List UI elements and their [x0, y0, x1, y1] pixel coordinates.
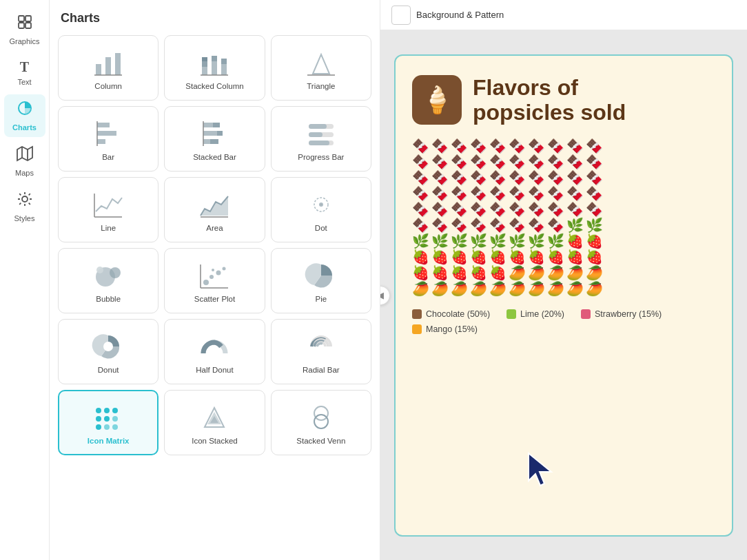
svg-rect-18: [221, 64, 227, 75]
collapse-panel-button[interactable]: ◀: [380, 286, 390, 305]
chart-item-stacked-bar[interactable]: Stacked Bar: [164, 106, 265, 172]
bg-pattern-label: Background & Pattern: [416, 10, 504, 20]
svg-marker-5: [17, 147, 32, 160]
svg-point-65: [112, 424, 118, 430]
legend: Chocolate (50%) Lime (20%) Strawberry (1…: [412, 309, 715, 334]
radial-bar-label: Radial Bar: [303, 366, 340, 374]
legend-strawberry: Strawberry (15%): [581, 309, 662, 319]
svg-point-56: [103, 342, 113, 351]
nav-label-maps: Maps: [15, 169, 34, 177]
line-chart-icon: [92, 189, 125, 220]
stacked-venn-chart-icon: [305, 402, 338, 433]
svg-marker-21: [313, 54, 329, 74]
svg-rect-16: [212, 61, 217, 75]
chart-item-column[interactable]: Column: [58, 35, 158, 101]
svg-point-61: [104, 416, 110, 422]
icon-matrix-label: Icon Matrix: [88, 437, 130, 445]
svg-point-52: [223, 267, 226, 270]
donut-label: Donut: [98, 366, 119, 374]
legend-label-lime: Lime (20%): [520, 309, 564, 319]
chart-item-bar[interactable]: Bar: [58, 106, 158, 172]
chart-item-stacked-venn[interactable]: Stacked Venn: [271, 390, 371, 455]
scatter-chart-icon: [198, 260, 231, 291]
svg-rect-10: [105, 57, 111, 75]
chart-item-icon-matrix[interactable]: Icon Matrix: [58, 390, 158, 455]
text-icon: T: [20, 59, 29, 75]
chart-item-donut[interactable]: Donut: [58, 319, 158, 384]
radial-bar-chart-icon: [305, 331, 338, 362]
svg-rect-23: [97, 123, 110, 127]
chart-item-line[interactable]: Line: [58, 177, 158, 242]
chart-item-icon-stacked[interactable]: Icon Stacked: [164, 390, 265, 455]
stacked-column-chart-icon: [198, 48, 231, 78]
legend-lime: Lime (20%): [506, 309, 564, 319]
line-label: Line: [101, 224, 116, 232]
graphics-icon: [17, 14, 33, 34]
chart-item-stacked-column[interactable]: Stacked Column: [164, 35, 265, 101]
bubble-chart-icon: [92, 260, 125, 291]
chart-item-pie[interactable]: Pie: [271, 248, 371, 313]
svg-point-70: [314, 415, 328, 428]
popsicle-icon: 🍦: [412, 75, 462, 125]
svg-rect-29: [203, 131, 217, 136]
canvas-area: ◀ 🍦 Flavors ofpopsicles sold 🍫🍫🍫🍫🍫🍫🍫🍫🍫🍫 …: [380, 30, 747, 560]
triangle-chart-icon: [305, 48, 338, 78]
chart-item-radial-bar[interactable]: Radial Bar: [271, 319, 371, 384]
chart-item-bubble[interactable]: Bubble: [58, 248, 158, 313]
svg-point-62: [112, 416, 118, 422]
nav-label-graphics: Graphics: [9, 37, 39, 45]
nav-item-styles[interactable]: Styles: [4, 185, 45, 228]
legend-chocolate: Chocolate (50%): [412, 309, 490, 319]
legend-mango: Mango (15%): [412, 324, 478, 334]
chart-item-triangle[interactable]: Triangle: [271, 35, 371, 101]
nav-item-text[interactable]: T Text: [4, 54, 45, 92]
chart-grid: Column Stacked Column Triangle: [58, 35, 371, 455]
icon-row-9: 🍓🍓🍓🍓🍓🥭🥭🥭🥭🥭: [412, 266, 715, 280]
chart-item-area[interactable]: Area: [164, 177, 265, 242]
svg-rect-9: [96, 64, 101, 75]
chart-item-scatter-plot[interactable]: Scatter Plot: [164, 248, 265, 313]
svg-point-64: [104, 424, 110, 430]
bubble-label: Bubble: [96, 295, 121, 303]
triangle-label: Triangle: [307, 82, 335, 90]
icon-row-10: 🥭🥭🥭🥭🥭🥭🥭🥭🥭🥭: [412, 282, 715, 295]
svg-rect-35: [309, 124, 327, 129]
svg-point-69: [314, 406, 328, 420]
card-title: Flavors ofpopsicles sold: [473, 75, 626, 126]
half-donut-chart-icon: [198, 331, 231, 362]
styles-icon: [17, 191, 33, 211]
charts-icon: [17, 100, 33, 121]
svg-rect-31: [203, 139, 210, 144]
icon-stacked-chart-icon: [198, 402, 231, 433]
chart-panel: Charts Column Stacked: [50, 0, 380, 560]
svg-rect-2: [19, 23, 24, 28]
maps-icon: [17, 145, 33, 166]
stacked-bar-chart-icon: [198, 118, 231, 149]
icon-row-8: 🍓🍓🍓🍓🍓🍓🍓🍓🍓🍓: [412, 250, 715, 264]
chart-item-progress-bar[interactable]: Progress Bar: [271, 106, 371, 172]
svg-point-59: [112, 408, 118, 413]
svg-point-47: [110, 267, 121, 278]
bar-label: Bar: [102, 153, 114, 161]
nav-item-maps[interactable]: Maps: [4, 140, 45, 183]
half-donut-label: Half Donut: [196, 366, 233, 374]
nav-item-charts[interactable]: Charts: [4, 94, 45, 137]
svg-rect-37: [309, 132, 323, 137]
chart-item-half-donut[interactable]: Half Donut: [164, 319, 265, 384]
nav-item-graphics[interactable]: Graphics: [4, 8, 45, 51]
svg-point-51: [216, 270, 221, 275]
legend-dot-chocolate: [412, 309, 422, 319]
svg-point-60: [96, 416, 101, 422]
legend-label-mango: Mango (15%): [426, 324, 478, 334]
svg-point-48: [96, 267, 103, 273]
icon-row-5: 🍫🍫🍫🍫🍫🍫🍫🍫🍫🍫: [412, 203, 715, 216]
column-label: Column: [94, 82, 122, 90]
svg-rect-11: [115, 53, 121, 75]
chart-item-dot[interactable]: Dot: [271, 177, 371, 242]
icon-row-6: 🍫🍫🍫🍫🍫🍫🍫🍫🌿🌿: [412, 218, 715, 232]
nav-label-charts: Charts: [12, 123, 37, 132]
svg-rect-30: [217, 131, 223, 136]
icon-row-1: 🍫🍫🍫🍫🍫🍫🍫🍫🍫🍫: [412, 139, 715, 153]
svg-rect-32: [210, 139, 218, 144]
stacked-venn-label: Stacked Venn: [296, 437, 345, 445]
